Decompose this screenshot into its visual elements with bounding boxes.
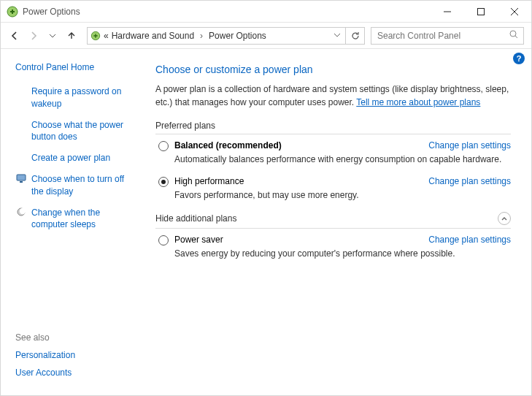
sidebar-link-label: Choose when to turn off the display — [31, 173, 138, 198]
plan-high-performance: High performance Change plan settings Fa… — [158, 176, 511, 202]
plan-balanced: Balanced (recommended) Change plan setti… — [158, 140, 511, 166]
plan-description: Automatically balances performance with … — [174, 153, 511, 166]
breadcrumb-separator: › — [197, 31, 206, 41]
plan-name[interactable]: Power saver — [174, 235, 223, 245]
breadcrumb-item[interactable]: Hardware and Sound — [112, 31, 194, 41]
title-bar: Power Options — [1, 1, 531, 23]
page-heading: Choose or customize a power plan — [155, 64, 511, 75]
breadcrumb[interactable]: « Hardware and Sound › Power Options — [87, 27, 346, 45]
page-description: A power plan is a collection of hardware… — [155, 83, 511, 109]
svg-rect-4 — [17, 175, 26, 180]
forward-button[interactable] — [27, 29, 40, 42]
svg-rect-5 — [20, 181, 23, 183]
minimize-button[interactable] — [431, 1, 464, 22]
moon-icon — [15, 207, 27, 217]
collapse-icon[interactable] — [498, 212, 511, 225]
plan-radio-balanced[interactable] — [158, 141, 169, 151]
plan-power-saver: Power saver Change plan settings Saves e… — [158, 235, 511, 260]
sidebar-link-sleep[interactable]: Change when the computer sleeps — [15, 207, 138, 232]
refresh-button[interactable] — [346, 27, 365, 45]
sidebar: Control Panel Home Require a password on… — [1, 49, 148, 395]
plan-radio-power-saver[interactable] — [158, 235, 169, 245]
plan-description: Saves energy by reducing your computer's… — [174, 248, 511, 260]
svg-rect-1 — [478, 8, 485, 15]
content-area: Control Panel Home Require a password on… — [1, 49, 531, 395]
sidebar-link-label: Choose what the power button does — [31, 119, 138, 144]
section-title: Preferred plans — [155, 121, 215, 131]
monitor-icon — [15, 173, 27, 183]
learn-more-link[interactable]: Tell me more about power plans — [356, 97, 480, 107]
app-icon — [7, 6, 18, 18]
breadcrumb-item[interactable]: Power Options — [209, 31, 266, 41]
see-also-label: See also — [15, 332, 75, 343]
plan-name[interactable]: High performance — [174, 176, 244, 186]
sidebar-link-wakeup-password[interactable]: Require a password on wakeup — [15, 85, 138, 110]
window-controls — [431, 1, 531, 22]
nav-toolbar: « Hardware and Sound › Power Options — [1, 23, 531, 49]
change-plan-settings-link[interactable]: Change plan settings — [428, 235, 511, 245]
search-box[interactable] — [371, 27, 524, 45]
see-also-section: See also Personalization User Accounts — [15, 332, 75, 385]
see-also-link-user-accounts[interactable]: User Accounts — [15, 368, 75, 378]
control-panel-home-link[interactable]: Control Panel Home — [15, 62, 138, 72]
search-icon — [509, 29, 519, 42]
main-panel: Choose or customize a power plan A power… — [148, 49, 531, 395]
preferred-plans-header: Preferred plans — [155, 121, 511, 134]
history-dropdown-icon[interactable] — [46, 29, 59, 42]
sidebar-link-label: Require a password on wakeup — [31, 85, 138, 110]
svg-point-7 — [20, 207, 26, 213]
breadcrumb-icon — [90, 31, 101, 41]
change-plan-settings-link[interactable]: Change plan settings — [428, 140, 511, 151]
window-title: Power Options — [23, 7, 80, 17]
change-plan-settings-link[interactable]: Change plan settings — [428, 176, 511, 186]
plan-name[interactable]: Balanced (recommended) — [174, 140, 282, 151]
section-title: Hide additional plans — [155, 213, 236, 224]
sidebar-link-display-off[interactable]: Choose when to turn off the display — [15, 173, 138, 198]
svg-point-3 — [510, 31, 516, 37]
see-also-link-personalization[interactable]: Personalization — [15, 350, 75, 360]
close-button[interactable] — [498, 1, 531, 22]
search-input[interactable] — [376, 30, 519, 42]
up-button[interactable] — [65, 29, 78, 42]
back-button[interactable] — [8, 29, 21, 42]
additional-plans-header[interactable]: Hide additional plans — [155, 212, 511, 229]
sidebar-link-label: Create a power plan — [31, 152, 110, 164]
sidebar-link-power-button[interactable]: Choose what the power button does — [15, 119, 138, 144]
sidebar-link-label: Change when the computer sleeps — [31, 207, 138, 232]
chevron-down-icon[interactable] — [334, 31, 341, 41]
maximize-button[interactable] — [464, 1, 498, 22]
plan-radio-high-performance[interactable] — [158, 177, 169, 187]
breadcrumb-prefix: « — [104, 31, 109, 41]
sidebar-link-create-plan[interactable]: Create a power plan — [15, 152, 138, 164]
plan-description: Favors performance, but may use more ene… — [174, 189, 511, 202]
